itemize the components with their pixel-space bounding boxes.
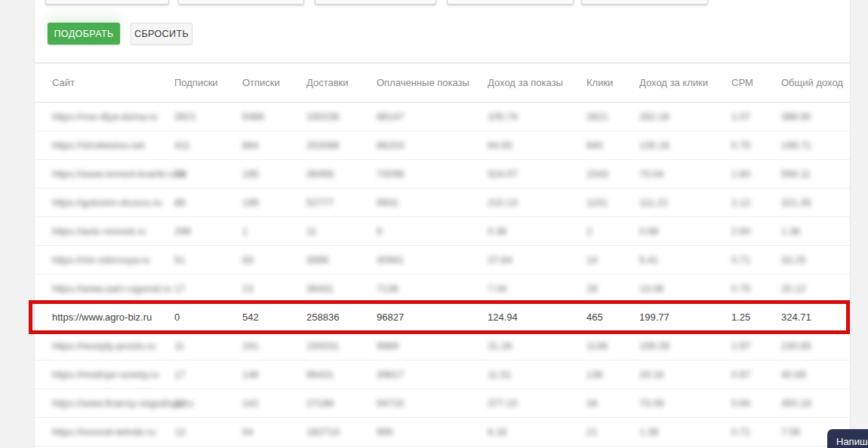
table-row[interactable]: https://www.remont-kvartir.com7319536456… [35, 160, 850, 189]
value-cell: 195 [242, 168, 306, 180]
value-cell: 105.74 [488, 111, 586, 122]
value-cell: 282.16 [639, 111, 731, 122]
value-cell: 13 [174, 397, 242, 409]
value-cell: 94715 [377, 397, 488, 409]
column-header-6: Доход за показы [488, 77, 586, 88]
value-cell: 1.25 [731, 311, 781, 323]
site-cell: https://www.agro-biz.ru [52, 311, 174, 323]
filter-input-2[interactable] [178, 0, 304, 5]
value-cell: 450.18 [781, 397, 850, 409]
value-cell: 0.75 [731, 140, 781, 151]
reset-button[interactable]: СБРОСИТЬ [131, 23, 192, 44]
table-row[interactable]: https://www.sad-i-ogorod.ru1723364317136… [35, 275, 850, 303]
site-cell: https://novosti-tehniki.ru [52, 426, 174, 437]
value-cell: 0 [174, 311, 242, 323]
value-cell: 34 [586, 397, 639, 409]
table-row[interactable]: https://mir-zdorovya.ru518339983094127.8… [35, 246, 850, 275]
value-cell: 73 [174, 168, 242, 180]
value-cell: 39817 [377, 369, 488, 380]
value-cell: 28 [586, 283, 639, 294]
value-cell: 2.60 [731, 226, 781, 237]
value-cell: 96431 [306, 369, 377, 380]
site-cell: https://vse-dlya-doma.ru [52, 111, 174, 122]
chat-widget[interactable]: Напишит [827, 429, 868, 448]
value-cell: 594.11 [781, 168, 850, 180]
value-cell: 241 [242, 340, 306, 351]
table-row[interactable]: https://avto-novosti.ru29811190.3820.982… [35, 217, 850, 246]
site-cell: https://mir-zdorovya.ru [52, 254, 174, 265]
value-cell: 1.36 [781, 226, 850, 237]
table-row[interactable]: https://modnye-sovety.ru1714696431398171… [35, 361, 850, 389]
content-card: ПОДОБРАТЬ СБРОСИТЬ СайтПодпискиОтпискиДо… [34, 0, 851, 448]
value-cell: 0.94 [731, 397, 781, 409]
table-row[interactable]: https://gotovim-vkusno.ru881995277799312… [35, 189, 850, 217]
table-row[interactable]: https://recepty-prosto.ru112411500319989… [35, 332, 850, 361]
value-cell: 13.08 [639, 283, 731, 294]
value-cell: 3921 [174, 111, 242, 122]
filter-input-5[interactable] [581, 0, 708, 5]
table-header: СайтПодпискиОтпискиДоставкиОплаченные по… [35, 63, 850, 103]
column-header-7: Клики [586, 77, 639, 88]
value-cell: 30941 [377, 254, 488, 265]
column-header-4: Доставки [306, 77, 377, 88]
value-cell: 5.41 [639, 254, 731, 265]
site-cell: https://www.sad-i-ogorod.ru [52, 283, 174, 294]
value-cell: 2821 [586, 111, 639, 122]
value-cell: 1151 [586, 197, 639, 208]
value-cell: 36431 [306, 283, 377, 294]
filter-input-4[interactable] [447, 0, 574, 5]
value-cell: 199.71 [781, 140, 850, 151]
column-header-9: CPM [731, 77, 781, 88]
submit-button[interactable]: ПОДОБРАТЬ [48, 23, 120, 44]
value-cell: 0.71 [731, 426, 781, 437]
value-cell: 142 [242, 397, 306, 409]
value-cell: 321.35 [781, 197, 850, 208]
site-cell: https://recepty-prosto.ru [52, 340, 174, 351]
value-cell: 96827 [377, 311, 488, 323]
value-cell: 253088 [306, 140, 377, 151]
value-cell: 940 [586, 140, 639, 151]
value-cell: 54 [242, 426, 306, 437]
value-cell: 258836 [306, 311, 377, 323]
value-cell: 1.38 [639, 426, 731, 437]
value-cell: 0.71 [731, 254, 781, 265]
value-cell: 17 [174, 283, 242, 294]
value-cell: 150031 [306, 340, 377, 351]
value-cell: 31.26 [488, 340, 586, 351]
value-cell: 17 [174, 369, 242, 380]
column-header-8: Доход за клики [639, 77, 731, 88]
value-cell: 388.90 [781, 111, 850, 122]
table-row[interactable]: https://vse-dlya-doma.ru3921548619023688… [35, 103, 850, 131]
value-cell: 27.84 [488, 254, 586, 265]
column-header-3: Отписки [242, 77, 306, 88]
value-cell: 1136 [586, 340, 639, 351]
column-header-1: Сайт [52, 77, 174, 88]
value-cell: 377.10 [488, 397, 586, 409]
value-cell: 14 [586, 254, 639, 265]
value-cell: 9989 [377, 340, 488, 351]
value-cell: 995 [377, 426, 488, 437]
filter-input-3[interactable] [315, 0, 436, 5]
value-cell: 40.69 [781, 369, 850, 380]
table-row[interactable]: https://stroitelstvo.net4118842530888620… [35, 131, 850, 160]
value-cell: 52777 [306, 197, 377, 208]
table-body: https://vse-dlya-doma.ru3921548619023688… [35, 103, 850, 446]
table-row[interactable]: https://novosti-tehniki.ru13541827149956… [35, 418, 850, 446]
column-header-5: Оплаченные показы [377, 77, 488, 88]
value-cell: 73.08 [639, 397, 731, 409]
filter-input-1[interactable] [45, 0, 169, 5]
column-header-10: Общий доход [781, 77, 850, 88]
value-cell: 64.55 [488, 140, 586, 151]
value-cell: 33.25 [781, 254, 850, 265]
value-cell: 199.39 [639, 340, 731, 351]
value-cell: 20.12 [781, 283, 850, 294]
value-cell: 884 [242, 140, 306, 151]
value-cell: 0.38 [488, 226, 586, 237]
value-cell: 73098 [377, 168, 488, 180]
table-row[interactable]: https://www.finansy-segodnya.ru131422718… [35, 389, 850, 418]
value-cell: 135.16 [639, 140, 731, 151]
value-cell: 324.71 [781, 311, 850, 323]
table-row-highlighted[interactable]: https://www.agro-biz.ru05422588369682712… [35, 303, 850, 332]
value-cell: 0.98 [639, 226, 731, 237]
value-cell: 1543 [586, 168, 639, 180]
